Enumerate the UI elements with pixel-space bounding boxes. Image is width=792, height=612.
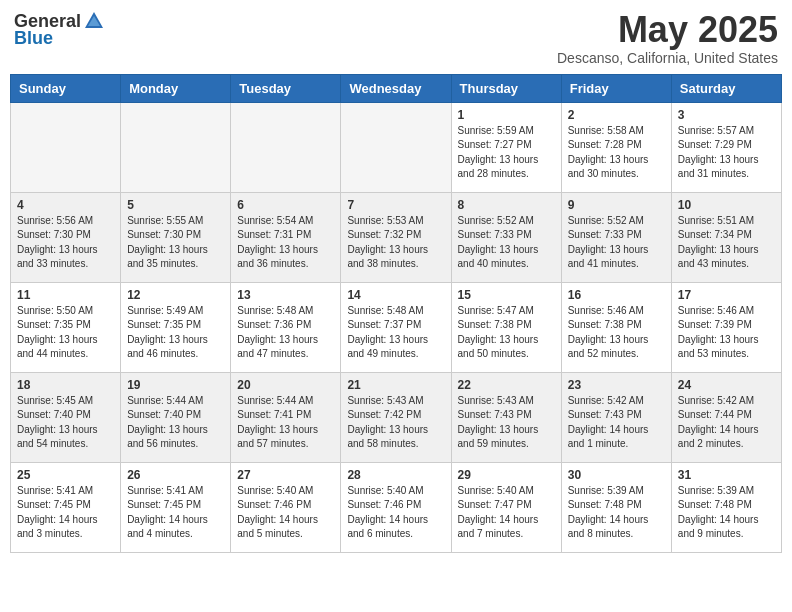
day-info: Sunrise: 5:53 AMSunset: 7:32 PMDaylight:…: [347, 214, 444, 272]
day-info: Sunrise: 5:46 AMSunset: 7:38 PMDaylight:…: [568, 304, 665, 362]
day-number: 9: [568, 198, 665, 212]
calendar-cell: [11, 102, 121, 192]
day-number: 11: [17, 288, 114, 302]
day-info: Sunrise: 5:42 AMSunset: 7:44 PMDaylight:…: [678, 394, 775, 452]
day-info: Sunrise: 5:41 AMSunset: 7:45 PMDaylight:…: [127, 484, 224, 542]
calendar-cell: [341, 102, 451, 192]
day-number: 13: [237, 288, 334, 302]
calendar-cell: 29Sunrise: 5:40 AMSunset: 7:47 PMDayligh…: [451, 462, 561, 552]
day-info: Sunrise: 5:41 AMSunset: 7:45 PMDaylight:…: [17, 484, 114, 542]
logo: General Blue: [14, 10, 105, 49]
day-info: Sunrise: 5:40 AMSunset: 7:46 PMDaylight:…: [237, 484, 334, 542]
calendar-week-row-5: 25Sunrise: 5:41 AMSunset: 7:45 PMDayligh…: [11, 462, 782, 552]
day-info: Sunrise: 5:40 AMSunset: 7:47 PMDaylight:…: [458, 484, 555, 542]
day-info: Sunrise: 5:45 AMSunset: 7:40 PMDaylight:…: [17, 394, 114, 452]
logo-blue-text: Blue: [14, 28, 53, 49]
day-number: 24: [678, 378, 775, 392]
day-info: Sunrise: 5:48 AMSunset: 7:37 PMDaylight:…: [347, 304, 444, 362]
calendar-cell: 23Sunrise: 5:42 AMSunset: 7:43 PMDayligh…: [561, 372, 671, 462]
calendar-header-row: SundayMondayTuesdayWednesdayThursdayFrid…: [11, 74, 782, 102]
calendar-header-thursday: Thursday: [451, 74, 561, 102]
day-number: 1: [458, 108, 555, 122]
calendar-cell: 24Sunrise: 5:42 AMSunset: 7:44 PMDayligh…: [671, 372, 781, 462]
day-info: Sunrise: 5:40 AMSunset: 7:46 PMDaylight:…: [347, 484, 444, 542]
calendar-cell: 18Sunrise: 5:45 AMSunset: 7:40 PMDayligh…: [11, 372, 121, 462]
day-info: Sunrise: 5:39 AMSunset: 7:48 PMDaylight:…: [678, 484, 775, 542]
location-subtitle: Descanso, California, United States: [557, 50, 778, 66]
day-info: Sunrise: 5:47 AMSunset: 7:38 PMDaylight:…: [458, 304, 555, 362]
calendar-cell: 7Sunrise: 5:53 AMSunset: 7:32 PMDaylight…: [341, 192, 451, 282]
day-number: 18: [17, 378, 114, 392]
day-number: 14: [347, 288, 444, 302]
day-number: 26: [127, 468, 224, 482]
day-number: 8: [458, 198, 555, 212]
calendar-cell: 17Sunrise: 5:46 AMSunset: 7:39 PMDayligh…: [671, 282, 781, 372]
calendar-cell: 13Sunrise: 5:48 AMSunset: 7:36 PMDayligh…: [231, 282, 341, 372]
calendar-cell: 14Sunrise: 5:48 AMSunset: 7:37 PMDayligh…: [341, 282, 451, 372]
day-number: 6: [237, 198, 334, 212]
day-number: 19: [127, 378, 224, 392]
calendar-cell: 15Sunrise: 5:47 AMSunset: 7:38 PMDayligh…: [451, 282, 561, 372]
calendar-cell: 25Sunrise: 5:41 AMSunset: 7:45 PMDayligh…: [11, 462, 121, 552]
calendar-cell: 19Sunrise: 5:44 AMSunset: 7:40 PMDayligh…: [121, 372, 231, 462]
logo-icon: [83, 10, 105, 32]
day-info: Sunrise: 5:58 AMSunset: 7:28 PMDaylight:…: [568, 124, 665, 182]
calendar-cell: 6Sunrise: 5:54 AMSunset: 7:31 PMDaylight…: [231, 192, 341, 282]
calendar-header-tuesday: Tuesday: [231, 74, 341, 102]
day-number: 21: [347, 378, 444, 392]
calendar-cell: 11Sunrise: 5:50 AMSunset: 7:35 PMDayligh…: [11, 282, 121, 372]
day-info: Sunrise: 5:46 AMSunset: 7:39 PMDaylight:…: [678, 304, 775, 362]
day-number: 29: [458, 468, 555, 482]
page-header: General Blue May 2025 Descanso, Californ…: [10, 10, 782, 66]
day-number: 4: [17, 198, 114, 212]
calendar-cell: 1Sunrise: 5:59 AMSunset: 7:27 PMDaylight…: [451, 102, 561, 192]
day-number: 16: [568, 288, 665, 302]
title-area: May 2025 Descanso, California, United St…: [557, 10, 778, 66]
day-info: Sunrise: 5:54 AMSunset: 7:31 PMDaylight:…: [237, 214, 334, 272]
day-number: 20: [237, 378, 334, 392]
day-number: 5: [127, 198, 224, 212]
day-number: 30: [568, 468, 665, 482]
calendar-cell: 27Sunrise: 5:40 AMSunset: 7:46 PMDayligh…: [231, 462, 341, 552]
day-info: Sunrise: 5:50 AMSunset: 7:35 PMDaylight:…: [17, 304, 114, 362]
day-info: Sunrise: 5:42 AMSunset: 7:43 PMDaylight:…: [568, 394, 665, 452]
calendar-cell: 5Sunrise: 5:55 AMSunset: 7:30 PMDaylight…: [121, 192, 231, 282]
day-info: Sunrise: 5:48 AMSunset: 7:36 PMDaylight:…: [237, 304, 334, 362]
calendar-header-wednesday: Wednesday: [341, 74, 451, 102]
day-info: Sunrise: 5:39 AMSunset: 7:48 PMDaylight:…: [568, 484, 665, 542]
calendar-cell: [121, 102, 231, 192]
calendar-cell: 12Sunrise: 5:49 AMSunset: 7:35 PMDayligh…: [121, 282, 231, 372]
calendar-cell: 9Sunrise: 5:52 AMSunset: 7:33 PMDaylight…: [561, 192, 671, 282]
day-info: Sunrise: 5:49 AMSunset: 7:35 PMDaylight:…: [127, 304, 224, 362]
calendar-cell: [231, 102, 341, 192]
calendar-cell: 10Sunrise: 5:51 AMSunset: 7:34 PMDayligh…: [671, 192, 781, 282]
day-number: 25: [17, 468, 114, 482]
calendar-cell: 2Sunrise: 5:58 AMSunset: 7:28 PMDaylight…: [561, 102, 671, 192]
calendar-cell: 16Sunrise: 5:46 AMSunset: 7:38 PMDayligh…: [561, 282, 671, 372]
day-number: 12: [127, 288, 224, 302]
calendar-week-row-2: 4Sunrise: 5:56 AMSunset: 7:30 PMDaylight…: [11, 192, 782, 282]
day-info: Sunrise: 5:43 AMSunset: 7:42 PMDaylight:…: [347, 394, 444, 452]
day-number: 7: [347, 198, 444, 212]
month-title: May 2025: [557, 10, 778, 50]
day-number: 31: [678, 468, 775, 482]
day-info: Sunrise: 5:59 AMSunset: 7:27 PMDaylight:…: [458, 124, 555, 182]
calendar-week-row-4: 18Sunrise: 5:45 AMSunset: 7:40 PMDayligh…: [11, 372, 782, 462]
day-info: Sunrise: 5:52 AMSunset: 7:33 PMDaylight:…: [568, 214, 665, 272]
calendar-header-monday: Monday: [121, 74, 231, 102]
day-number: 27: [237, 468, 334, 482]
day-number: 23: [568, 378, 665, 392]
day-number: 22: [458, 378, 555, 392]
calendar-cell: 26Sunrise: 5:41 AMSunset: 7:45 PMDayligh…: [121, 462, 231, 552]
calendar-cell: 30Sunrise: 5:39 AMSunset: 7:48 PMDayligh…: [561, 462, 671, 552]
calendar-table: SundayMondayTuesdayWednesdayThursdayFrid…: [10, 74, 782, 553]
calendar-week-row-3: 11Sunrise: 5:50 AMSunset: 7:35 PMDayligh…: [11, 282, 782, 372]
day-info: Sunrise: 5:43 AMSunset: 7:43 PMDaylight:…: [458, 394, 555, 452]
day-info: Sunrise: 5:51 AMSunset: 7:34 PMDaylight:…: [678, 214, 775, 272]
day-number: 10: [678, 198, 775, 212]
day-info: Sunrise: 5:44 AMSunset: 7:40 PMDaylight:…: [127, 394, 224, 452]
calendar-cell: 4Sunrise: 5:56 AMSunset: 7:30 PMDaylight…: [11, 192, 121, 282]
calendar-header-sunday: Sunday: [11, 74, 121, 102]
calendar-header-friday: Friday: [561, 74, 671, 102]
calendar-cell: 3Sunrise: 5:57 AMSunset: 7:29 PMDaylight…: [671, 102, 781, 192]
